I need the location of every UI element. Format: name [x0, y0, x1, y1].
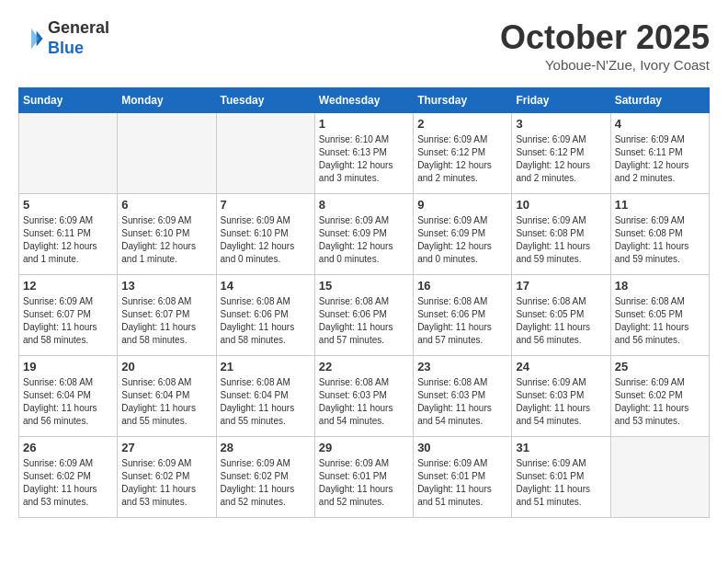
day-number: 14	[221, 279, 311, 293]
weekday-header-row: SundayMondayTuesdayWednesdayThursdayFrid…	[19, 88, 710, 113]
day-number: 19	[23, 360, 113, 373]
day-info: Sunrise: 6:09 AM Sunset: 6:11 PM Dayligh…	[23, 214, 113, 266]
calendar-day-cell: 24Sunrise: 6:09 AM Sunset: 6:03 PM Dayli…	[512, 356, 610, 437]
calendar-day-cell: 12Sunrise: 6:09 AM Sunset: 6:07 PM Dayli…	[19, 275, 118, 356]
calendar-day-cell: 15Sunrise: 6:08 AM Sunset: 6:06 PM Dayli…	[314, 275, 413, 356]
day-info: Sunrise: 6:08 AM Sunset: 6:03 PM Dayligh…	[417, 376, 507, 428]
calendar-day-cell: 22Sunrise: 6:08 AM Sunset: 6:03 PM Dayli…	[314, 356, 413, 437]
day-number: 10	[516, 198, 606, 212]
day-number: 21	[221, 360, 311, 373]
calendar-day-cell: 17Sunrise: 6:08 AM Sunset: 6:05 PM Dayli…	[512, 275, 610, 356]
calendar-day-cell: 26Sunrise: 6:09 AM Sunset: 6:02 PM Dayli…	[19, 437, 118, 518]
day-info: Sunrise: 6:08 AM Sunset: 6:03 PM Dayligh…	[319, 376, 409, 428]
day-number: 27	[121, 441, 211, 454]
day-info: Sunrise: 6:08 AM Sunset: 6:05 PM Dayligh…	[516, 295, 606, 347]
calendar-day-cell: 14Sunrise: 6:08 AM Sunset: 6:06 PM Dayli…	[216, 275, 314, 356]
calendar-table: SundayMondayTuesdayWednesdayThursdayFrid…	[18, 87, 710, 518]
calendar-week-row: 5Sunrise: 6:09 AM Sunset: 6:11 PM Daylig…	[19, 194, 710, 275]
day-number: 2	[417, 117, 507, 131]
calendar-day-cell: 29Sunrise: 6:09 AM Sunset: 6:01 PM Dayli…	[314, 437, 413, 518]
calendar-day-cell	[610, 437, 709, 518]
calendar-day-cell: 18Sunrise: 6:08 AM Sunset: 6:05 PM Dayli…	[610, 275, 709, 356]
day-number: 28	[221, 441, 311, 454]
day-number: 26	[23, 441, 113, 454]
day-info: Sunrise: 6:08 AM Sunset: 6:04 PM Dayligh…	[121, 376, 211, 428]
calendar-week-row: 12Sunrise: 6:09 AM Sunset: 6:07 PM Dayli…	[19, 275, 710, 356]
day-info: Sunrise: 6:09 AM Sunset: 6:01 PM Dayligh…	[417, 457, 507, 509]
logo-blue-text: Blue	[48, 39, 109, 59]
svg-marker-1	[31, 28, 39, 48]
calendar-day-cell: 2Sunrise: 6:09 AM Sunset: 6:12 PM Daylig…	[414, 113, 512, 194]
calendar-day-cell: 13Sunrise: 6:08 AM Sunset: 6:07 PM Dayli…	[118, 275, 216, 356]
day-info: Sunrise: 6:09 AM Sunset: 6:09 PM Dayligh…	[319, 214, 409, 266]
day-info: Sunrise: 6:09 AM Sunset: 6:12 PM Dayligh…	[417, 133, 507, 185]
calendar-day-cell: 20Sunrise: 6:08 AM Sunset: 6:04 PM Dayli…	[118, 356, 216, 437]
calendar-day-cell: 4Sunrise: 6:09 AM Sunset: 6:11 PM Daylig…	[610, 113, 709, 194]
day-info: Sunrise: 6:08 AM Sunset: 6:04 PM Dayligh…	[23, 376, 113, 428]
day-info: Sunrise: 6:09 AM Sunset: 6:09 PM Dayligh…	[417, 214, 507, 266]
weekday-header-cell: Wednesday	[314, 88, 413, 113]
day-number: 16	[417, 279, 507, 293]
weekday-header-cell: Sunday	[19, 88, 118, 113]
calendar-week-row: 1Sunrise: 6:10 AM Sunset: 6:13 PM Daylig…	[19, 113, 710, 194]
calendar-day-cell: 27Sunrise: 6:09 AM Sunset: 6:02 PM Dayli…	[118, 437, 216, 518]
calendar-day-cell: 21Sunrise: 6:08 AM Sunset: 6:04 PM Dayli…	[216, 356, 314, 437]
calendar-day-cell: 16Sunrise: 6:08 AM Sunset: 6:06 PM Dayli…	[414, 275, 512, 356]
calendar-day-cell	[19, 113, 118, 194]
day-info: Sunrise: 6:08 AM Sunset: 6:06 PM Dayligh…	[319, 295, 409, 347]
day-info: Sunrise: 6:09 AM Sunset: 6:08 PM Dayligh…	[516, 214, 606, 266]
day-info: Sunrise: 6:09 AM Sunset: 6:07 PM Dayligh…	[23, 295, 113, 347]
day-number: 7	[221, 198, 311, 212]
day-info: Sunrise: 6:09 AM Sunset: 6:10 PM Dayligh…	[121, 214, 211, 266]
day-number: 31	[516, 441, 606, 454]
day-info: Sunrise: 6:08 AM Sunset: 6:06 PM Dayligh…	[417, 295, 507, 347]
day-info: Sunrise: 6:09 AM Sunset: 6:10 PM Dayligh…	[221, 214, 311, 266]
day-number: 3	[516, 117, 606, 131]
calendar-day-cell: 6Sunrise: 6:09 AM Sunset: 6:10 PM Daylig…	[118, 194, 216, 275]
location-text: Yoboue-N'Zue, Ivory Coast	[500, 57, 710, 73]
calendar-week-row: 26Sunrise: 6:09 AM Sunset: 6:02 PM Dayli…	[19, 437, 710, 518]
calendar-day-cell: 1Sunrise: 6:10 AM Sunset: 6:13 PM Daylig…	[314, 113, 413, 194]
calendar-week-row: 19Sunrise: 6:08 AM Sunset: 6:04 PM Dayli…	[19, 356, 710, 437]
calendar-day-cell: 25Sunrise: 6:09 AM Sunset: 6:02 PM Dayli…	[610, 356, 709, 437]
logo: General Blue	[18, 18, 109, 58]
day-number: 1	[319, 117, 409, 131]
calendar-day-cell: 28Sunrise: 6:09 AM Sunset: 6:02 PM Dayli…	[216, 437, 314, 518]
calendar-day-cell: 7Sunrise: 6:09 AM Sunset: 6:10 PM Daylig…	[216, 194, 314, 275]
calendar-day-cell: 31Sunrise: 6:09 AM Sunset: 6:01 PM Dayli…	[512, 437, 610, 518]
calendar-day-cell: 3Sunrise: 6:09 AM Sunset: 6:12 PM Daylig…	[512, 113, 610, 194]
logo-general-text: General	[48, 18, 109, 39]
day-info: Sunrise: 6:09 AM Sunset: 6:01 PM Dayligh…	[516, 457, 606, 509]
day-info: Sunrise: 6:09 AM Sunset: 6:02 PM Dayligh…	[121, 457, 211, 509]
day-number: 9	[417, 198, 507, 212]
calendar-day-cell: 8Sunrise: 6:09 AM Sunset: 6:09 PM Daylig…	[314, 194, 413, 275]
day-info: Sunrise: 6:09 AM Sunset: 6:11 PM Dayligh…	[615, 133, 705, 185]
day-number: 23	[417, 360, 507, 373]
day-number: 29	[319, 441, 409, 454]
day-info: Sunrise: 6:09 AM Sunset: 6:02 PM Dayligh…	[221, 457, 311, 509]
day-info: Sunrise: 6:09 AM Sunset: 6:02 PM Dayligh…	[615, 376, 705, 428]
day-number: 12	[23, 279, 113, 293]
day-number: 17	[516, 279, 606, 293]
weekday-header-cell: Monday	[118, 88, 216, 113]
calendar-day-cell: 19Sunrise: 6:08 AM Sunset: 6:04 PM Dayli…	[19, 356, 118, 437]
day-number: 11	[615, 198, 705, 212]
day-number: 15	[319, 279, 409, 293]
logo-icon	[18, 26, 44, 52]
calendar-day-cell: 30Sunrise: 6:09 AM Sunset: 6:01 PM Dayli…	[414, 437, 512, 518]
calendar-day-cell: 10Sunrise: 6:09 AM Sunset: 6:08 PM Dayli…	[512, 194, 610, 275]
calendar-body: 1Sunrise: 6:10 AM Sunset: 6:13 PM Daylig…	[19, 113, 710, 518]
day-number: 13	[121, 279, 211, 293]
day-info: Sunrise: 6:10 AM Sunset: 6:13 PM Dayligh…	[319, 133, 409, 185]
day-info: Sunrise: 6:08 AM Sunset: 6:07 PM Dayligh…	[121, 295, 211, 347]
day-number: 18	[615, 279, 705, 293]
weekday-header-cell: Tuesday	[216, 88, 314, 113]
day-info: Sunrise: 6:09 AM Sunset: 6:01 PM Dayligh…	[319, 457, 409, 509]
day-info: Sunrise: 6:08 AM Sunset: 6:05 PM Dayligh…	[615, 295, 705, 347]
title-block: October 2025 Yoboue-N'Zue, Ivory Coast	[500, 18, 710, 73]
page-header: General Blue October 2025 Yoboue-N'Zue, …	[18, 18, 710, 73]
weekday-header-cell: Thursday	[414, 88, 512, 113]
calendar-day-cell: 11Sunrise: 6:09 AM Sunset: 6:08 PM Dayli…	[610, 194, 709, 275]
day-number: 5	[23, 198, 113, 212]
day-info: Sunrise: 6:08 AM Sunset: 6:04 PM Dayligh…	[221, 376, 311, 428]
